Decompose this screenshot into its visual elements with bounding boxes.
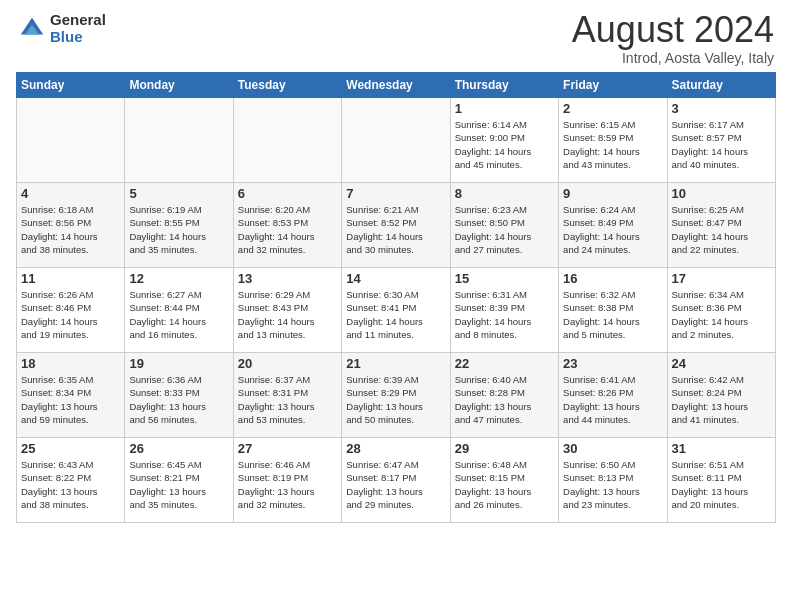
- day-info: Sunrise: 6:30 AM Sunset: 8:41 PM Dayligh…: [346, 288, 445, 341]
- day-cell: 7Sunrise: 6:21 AM Sunset: 8:52 PM Daylig…: [342, 183, 450, 268]
- day-number: 13: [238, 271, 337, 286]
- logo: General Blue: [18, 12, 106, 45]
- day-info: Sunrise: 6:18 AM Sunset: 8:56 PM Dayligh…: [21, 203, 120, 256]
- day-cell: 4Sunrise: 6:18 AM Sunset: 8:56 PM Daylig…: [17, 183, 125, 268]
- week-row-3: 11Sunrise: 6:26 AM Sunset: 8:46 PM Dayli…: [17, 268, 776, 353]
- day-cell: 19Sunrise: 6:36 AM Sunset: 8:33 PM Dayli…: [125, 353, 233, 438]
- day-number: 3: [672, 101, 771, 116]
- page-header: General Blue August 2024 Introd, Aosta V…: [0, 0, 792, 72]
- day-cell: 26Sunrise: 6:45 AM Sunset: 8:21 PM Dayli…: [125, 438, 233, 523]
- day-cell: [342, 98, 450, 183]
- day-number: 17: [672, 271, 771, 286]
- logo-general-text: General: [50, 12, 106, 29]
- day-cell: 3Sunrise: 6:17 AM Sunset: 8:57 PM Daylig…: [667, 98, 775, 183]
- day-cell: 6Sunrise: 6:20 AM Sunset: 8:53 PM Daylig…: [233, 183, 341, 268]
- day-number: 5: [129, 186, 228, 201]
- column-header-tuesday: Tuesday: [233, 73, 341, 98]
- day-info: Sunrise: 6:25 AM Sunset: 8:47 PM Dayligh…: [672, 203, 771, 256]
- day-number: 6: [238, 186, 337, 201]
- day-cell: 20Sunrise: 6:37 AM Sunset: 8:31 PM Dayli…: [233, 353, 341, 438]
- day-info: Sunrise: 6:23 AM Sunset: 8:50 PM Dayligh…: [455, 203, 554, 256]
- column-header-thursday: Thursday: [450, 73, 558, 98]
- day-cell: 1Sunrise: 6:14 AM Sunset: 9:00 PM Daylig…: [450, 98, 558, 183]
- calendar-header: SundayMondayTuesdayWednesdayThursdayFrid…: [17, 73, 776, 98]
- day-info: Sunrise: 6:37 AM Sunset: 8:31 PM Dayligh…: [238, 373, 337, 426]
- day-info: Sunrise: 6:15 AM Sunset: 8:59 PM Dayligh…: [563, 118, 662, 171]
- day-cell: [125, 98, 233, 183]
- day-cell: 23Sunrise: 6:41 AM Sunset: 8:26 PM Dayli…: [559, 353, 667, 438]
- day-info: Sunrise: 6:46 AM Sunset: 8:19 PM Dayligh…: [238, 458, 337, 511]
- day-number: 9: [563, 186, 662, 201]
- day-number: 1: [455, 101, 554, 116]
- column-header-friday: Friday: [559, 73, 667, 98]
- day-cell: 14Sunrise: 6:30 AM Sunset: 8:41 PM Dayli…: [342, 268, 450, 353]
- day-info: Sunrise: 6:20 AM Sunset: 8:53 PM Dayligh…: [238, 203, 337, 256]
- day-cell: [17, 98, 125, 183]
- day-cell: 28Sunrise: 6:47 AM Sunset: 8:17 PM Dayli…: [342, 438, 450, 523]
- day-cell: 10Sunrise: 6:25 AM Sunset: 8:47 PM Dayli…: [667, 183, 775, 268]
- day-info: Sunrise: 6:41 AM Sunset: 8:26 PM Dayligh…: [563, 373, 662, 426]
- day-number: 21: [346, 356, 445, 371]
- logo-icon: [18, 15, 46, 43]
- day-cell: 16Sunrise: 6:32 AM Sunset: 8:38 PM Dayli…: [559, 268, 667, 353]
- calendar-table: SundayMondayTuesdayWednesdayThursdayFrid…: [16, 72, 776, 523]
- day-number: 29: [455, 441, 554, 456]
- day-cell: 15Sunrise: 6:31 AM Sunset: 8:39 PM Dayli…: [450, 268, 558, 353]
- day-info: Sunrise: 6:39 AM Sunset: 8:29 PM Dayligh…: [346, 373, 445, 426]
- day-cell: 24Sunrise: 6:42 AM Sunset: 8:24 PM Dayli…: [667, 353, 775, 438]
- week-row-1: 1Sunrise: 6:14 AM Sunset: 9:00 PM Daylig…: [17, 98, 776, 183]
- day-number: 26: [129, 441, 228, 456]
- day-info: Sunrise: 6:24 AM Sunset: 8:49 PM Dayligh…: [563, 203, 662, 256]
- day-number: 28: [346, 441, 445, 456]
- day-number: 18: [21, 356, 120, 371]
- day-info: Sunrise: 6:27 AM Sunset: 8:44 PM Dayligh…: [129, 288, 228, 341]
- day-info: Sunrise: 6:21 AM Sunset: 8:52 PM Dayligh…: [346, 203, 445, 256]
- calendar-wrapper: SundayMondayTuesdayWednesdayThursdayFrid…: [0, 72, 792, 531]
- day-number: 15: [455, 271, 554, 286]
- logo-blue-text: Blue: [50, 29, 106, 46]
- day-info: Sunrise: 6:26 AM Sunset: 8:46 PM Dayligh…: [21, 288, 120, 341]
- day-info: Sunrise: 6:32 AM Sunset: 8:38 PM Dayligh…: [563, 288, 662, 341]
- day-info: Sunrise: 6:45 AM Sunset: 8:21 PM Dayligh…: [129, 458, 228, 511]
- day-cell: 21Sunrise: 6:39 AM Sunset: 8:29 PM Dayli…: [342, 353, 450, 438]
- column-header-sunday: Sunday: [17, 73, 125, 98]
- day-number: 24: [672, 356, 771, 371]
- title-block: August 2024 Introd, Aosta Valley, Italy: [572, 12, 774, 66]
- day-number: 30: [563, 441, 662, 456]
- month-year-title: August 2024: [572, 12, 774, 48]
- day-number: 31: [672, 441, 771, 456]
- day-number: 19: [129, 356, 228, 371]
- day-info: Sunrise: 6:19 AM Sunset: 8:55 PM Dayligh…: [129, 203, 228, 256]
- day-info: Sunrise: 6:50 AM Sunset: 8:13 PM Dayligh…: [563, 458, 662, 511]
- day-number: 23: [563, 356, 662, 371]
- day-info: Sunrise: 6:51 AM Sunset: 8:11 PM Dayligh…: [672, 458, 771, 511]
- day-info: Sunrise: 6:36 AM Sunset: 8:33 PM Dayligh…: [129, 373, 228, 426]
- logo-text: General Blue: [50, 12, 106, 45]
- day-number: 22: [455, 356, 554, 371]
- day-number: 16: [563, 271, 662, 286]
- day-cell: 5Sunrise: 6:19 AM Sunset: 8:55 PM Daylig…: [125, 183, 233, 268]
- day-cell: 8Sunrise: 6:23 AM Sunset: 8:50 PM Daylig…: [450, 183, 558, 268]
- day-number: 10: [672, 186, 771, 201]
- day-cell: 25Sunrise: 6:43 AM Sunset: 8:22 PM Dayli…: [17, 438, 125, 523]
- week-row-2: 4Sunrise: 6:18 AM Sunset: 8:56 PM Daylig…: [17, 183, 776, 268]
- day-number: 20: [238, 356, 337, 371]
- day-info: Sunrise: 6:35 AM Sunset: 8:34 PM Dayligh…: [21, 373, 120, 426]
- day-cell: [233, 98, 341, 183]
- day-number: 14: [346, 271, 445, 286]
- day-cell: 18Sunrise: 6:35 AM Sunset: 8:34 PM Dayli…: [17, 353, 125, 438]
- week-row-5: 25Sunrise: 6:43 AM Sunset: 8:22 PM Dayli…: [17, 438, 776, 523]
- day-cell: 11Sunrise: 6:26 AM Sunset: 8:46 PM Dayli…: [17, 268, 125, 353]
- calendar-body: 1Sunrise: 6:14 AM Sunset: 9:00 PM Daylig…: [17, 98, 776, 523]
- day-number: 11: [21, 271, 120, 286]
- day-cell: 9Sunrise: 6:24 AM Sunset: 8:49 PM Daylig…: [559, 183, 667, 268]
- day-number: 12: [129, 271, 228, 286]
- day-number: 27: [238, 441, 337, 456]
- day-info: Sunrise: 6:17 AM Sunset: 8:57 PM Dayligh…: [672, 118, 771, 171]
- day-cell: 27Sunrise: 6:46 AM Sunset: 8:19 PM Dayli…: [233, 438, 341, 523]
- day-cell: 29Sunrise: 6:48 AM Sunset: 8:15 PM Dayli…: [450, 438, 558, 523]
- day-info: Sunrise: 6:29 AM Sunset: 8:43 PM Dayligh…: [238, 288, 337, 341]
- day-info: Sunrise: 6:47 AM Sunset: 8:17 PM Dayligh…: [346, 458, 445, 511]
- week-row-4: 18Sunrise: 6:35 AM Sunset: 8:34 PM Dayli…: [17, 353, 776, 438]
- day-info: Sunrise: 6:42 AM Sunset: 8:24 PM Dayligh…: [672, 373, 771, 426]
